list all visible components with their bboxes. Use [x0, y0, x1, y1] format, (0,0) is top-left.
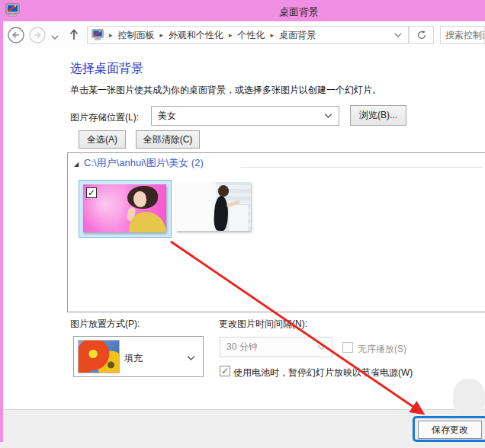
breadcrumb-appearance[interactable]: 外观和个性化: [169, 29, 223, 42]
window-left-border: [0, 0, 3, 442]
breadcrumb-separator-icon: ▸: [160, 31, 164, 39]
shuffle-label: 无序播放(S): [358, 343, 406, 356]
breadcrumb-separator-icon: ▸: [109, 31, 113, 39]
refresh-button[interactable]: [409, 26, 434, 44]
breadcrumb-desktop-background[interactable]: 桌面背景: [279, 29, 316, 42]
thumbnail-checkbox[interactable]: ✓: [86, 187, 97, 198]
thumbnail-white-portrait[interactable]: [176, 182, 251, 231]
search-box[interactable]: [440, 26, 485, 44]
change-interval-label: 更改图片时间间隔(N):: [219, 318, 307, 331]
window-title: 桌面背景: [279, 5, 319, 19]
chevron-down-icon: [317, 344, 326, 350]
watermark-figure: [453, 379, 485, 417]
back-button[interactable]: [8, 27, 24, 46]
address-bar[interactable]: ▸ 控制面板 ▸ 外观和个性化 ▸ 个性化 ▸ 桌面背景: [87, 26, 409, 44]
address-dropdown-chevron-icon[interactable]: [394, 33, 402, 38]
thumbnail-art: [133, 191, 146, 207]
picture-position-value: 填充: [124, 352, 143, 365]
refresh-icon: [416, 30, 427, 40]
location-dropdown[interactable]: 美女: [151, 106, 339, 126]
group-header-rule: [240, 167, 483, 168]
breadcrumb-separator-icon: ▸: [271, 31, 275, 39]
forward-button[interactable]: [29, 27, 46, 46]
thumbnail-art: [228, 205, 248, 231]
battery-pause-checkbox[interactable]: ✓: [220, 366, 230, 376]
recent-pages-chevron-icon[interactable]: [51, 32, 59, 43]
title-bar: [0, 0, 485, 21]
breadcrumb-control-panel[interactable]: 控制面板: [118, 29, 155, 42]
up-button[interactable]: [68, 26, 80, 45]
change-interval-dropdown: 30 分钟: [220, 337, 332, 357]
picture-position-label: 图片放置方式(P):: [70, 318, 140, 331]
page-title: 选择桌面背景: [70, 61, 143, 77]
chevron-down-icon: [324, 113, 332, 119]
page-description: 单击某一张图片使其成为你的桌面背景，或选择多张图片以创建一个幻灯片。: [70, 84, 381, 97]
chevron-down-icon: [187, 355, 195, 361]
position-preview-image: [78, 340, 120, 373]
annotation-highlight-rectangle: [413, 416, 485, 442]
group-expand-icon[interactable]: ◢: [74, 161, 79, 168]
breadcrumb-personalization[interactable]: 个性化: [238, 29, 265, 42]
display-settings-icon: [5, 3, 20, 20]
shuffle-checkbox: [342, 342, 353, 353]
clear-all-button[interactable]: 全部清除(C): [136, 130, 200, 149]
location-label: 图片存储位置(L):: [70, 111, 139, 124]
browse-button[interactable]: 浏览(B)...: [350, 105, 406, 126]
select-all-button[interactable]: 全选(A): [79, 130, 126, 149]
search-input[interactable]: [441, 27, 485, 43]
thumbnail-art: [218, 185, 229, 197]
battery-pause-label: 使用电池时，暂停幻灯片放映以节省电源(W): [233, 366, 413, 379]
picture-position-dropdown[interactable]: 填充: [73, 336, 204, 377]
breadcrumb-separator-icon: ▸: [229, 31, 233, 39]
group-header[interactable]: C:\用户\anhui\图片\美女 (2): [84, 156, 204, 170]
breadcrumb-display-icon: [92, 29, 104, 41]
location-value: 美女: [158, 110, 324, 123]
change-interval-value: 30 分钟: [226, 341, 317, 354]
